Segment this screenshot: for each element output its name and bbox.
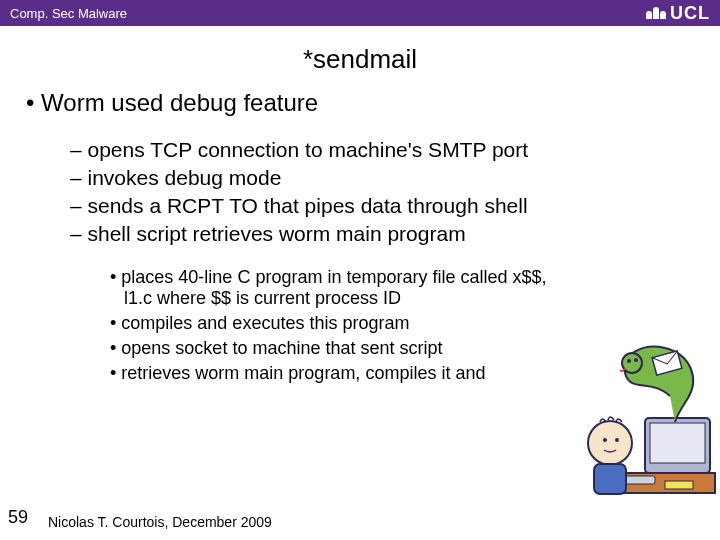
svg-point-9 (622, 353, 642, 373)
list-item: opens socket to machine that sent script (110, 338, 560, 359)
svg-rect-3 (665, 481, 693, 489)
slide-title: *sendmail (0, 26, 720, 75)
svg-rect-8 (594, 464, 626, 494)
list-item: sends a RCPT TO that pipes data through … (70, 194, 720, 218)
breadcrumb: Comp. Sec Malware (10, 6, 127, 21)
svg-point-6 (603, 438, 607, 442)
worm-cartoon-image (550, 318, 720, 508)
level3-list: places 40-line C program in temporary fi… (110, 267, 560, 384)
svg-point-5 (588, 421, 632, 465)
ucl-dome-icon (646, 7, 666, 19)
author-line: Nicolas T. Courtois, December 2009 (48, 514, 272, 530)
svg-point-11 (634, 358, 638, 362)
list-item: shell script retrieves worm main program (70, 222, 720, 246)
main-bullet: Worm used debug feature (26, 89, 720, 117)
list-item: opens TCP connection to machine's SMTP p… (70, 138, 720, 162)
svg-point-7 (615, 438, 619, 442)
list-item: compiles and executes this program (110, 313, 560, 334)
ucl-logo: UCL (646, 3, 710, 24)
svg-point-10 (627, 359, 631, 363)
header-bar: Comp. Sec Malware UCL (0, 0, 720, 26)
list-item: invokes debug mode (70, 166, 720, 190)
list-item: places 40-line C program in temporary fi… (110, 267, 560, 309)
ucl-logo-text: UCL (670, 3, 710, 24)
level2-list: opens TCP connection to machine's SMTP p… (70, 138, 720, 246)
svg-rect-1 (650, 423, 705, 463)
list-item: retrieves worm main program, compiles it… (110, 363, 560, 384)
page-number: 59 (8, 507, 28, 528)
